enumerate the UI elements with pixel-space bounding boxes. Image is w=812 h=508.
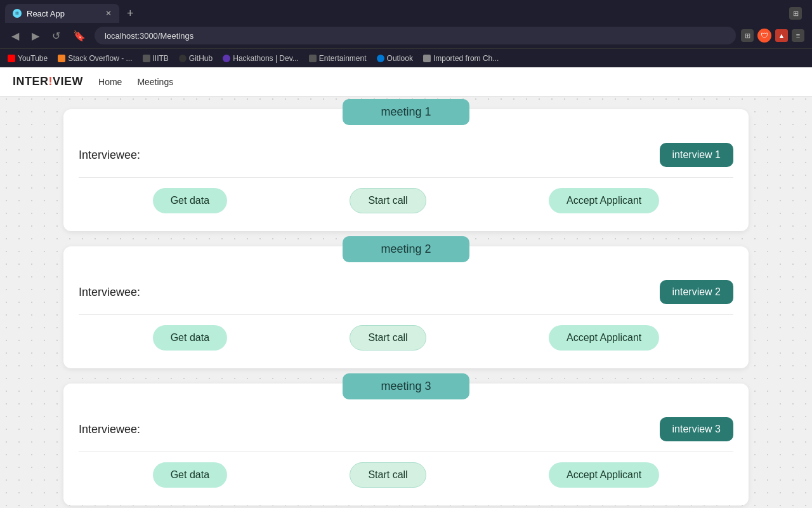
url-text: localhost:3000/Meetings [105, 31, 193, 41]
meeting-2-interview-badge: interview 2 [660, 280, 733, 304]
meeting-card-2: meeting 2 Interviewee: interview 2 Get d… [63, 246, 749, 368]
meeting-3-get-data-button[interactable]: Get data [153, 462, 227, 488]
meeting-2-actions: Get data Start call Accept Applicant [79, 315, 733, 361]
bookmark-imported[interactable]: Imported from Ch... [423, 54, 499, 63]
bookmark-youtube-label: YouTube [18, 54, 48, 63]
meeting-2-header: meeting 2 [63, 236, 749, 262]
meeting-1-interviewee-label: Interviewee: [79, 149, 140, 162]
app-nav: INTER!VIEW Home Meetings [0, 67, 812, 97]
address-bar: ◀ ▶ ↺ 🔖 localhost:3000/Meetings ⊞ 🛡 ▲ ≡ [0, 23, 812, 48]
meeting-1-actions: Get data Start call Accept Applicant [79, 178, 733, 224]
meeting-1-accept-button[interactable]: Accept Applicant [549, 188, 659, 213]
meeting-3-body: Interviewee: interview 3 Get data Start … [63, 399, 749, 505]
bookmark-github[interactable]: GitHub [179, 54, 213, 63]
brave-shield-icon[interactable]: 🛡 [757, 29, 771, 43]
meeting-3-interview-badge: interview 3 [660, 417, 733, 441]
react-favicon: ⚛ [13, 9, 22, 18]
bookmark-github-label: GitHub [189, 54, 213, 63]
active-tab[interactable]: ⚛ React App ✕ [5, 4, 119, 23]
bookmark-stackoverflow[interactable]: Stack Overflow - ... [58, 54, 132, 63]
github-favicon [179, 55, 187, 62]
bookmark-entertainment-label: Entertainment [319, 54, 367, 63]
bookmark-imported-label: Imported from Ch... [433, 54, 499, 63]
bookmark-button[interactable]: 🔖 [69, 29, 89, 43]
app-content: INTER!VIEW Home Meetings meeting 1 Inter… [0, 67, 812, 508]
meeting-3-interviewee-label: Interviewee: [79, 423, 140, 436]
tab-title: React App [27, 9, 65, 18]
extensions-grid-icon[interactable]: ⊞ [741, 29, 754, 42]
meeting-3-actions: Get data Start call Accept Applicant [79, 452, 733, 498]
meeting-3-start-call-button[interactable]: Start call [350, 462, 426, 488]
meeting-card-1: meeting 1 Interviewee: interview 1 Get d… [63, 109, 749, 231]
bookmarks-bar: YouTube Stack Overflow - ... IIITB GitHu… [0, 48, 812, 67]
extensions-icon[interactable]: ⊞ [789, 7, 802, 20]
entertainment-favicon [309, 55, 317, 62]
forward-button[interactable]: ▶ [28, 29, 43, 43]
reload-button[interactable]: ↺ [48, 29, 64, 43]
bookmark-iiitb-label: IIITB [153, 54, 169, 63]
meeting-1-title-button[interactable]: meeting 1 [343, 99, 469, 125]
outlook-favicon [377, 55, 384, 62]
meeting-card-3: meeting 3 Interviewee: interview 3 Get d… [63, 384, 749, 505]
new-tab-button[interactable]: + [122, 6, 139, 22]
back-button[interactable]: ◀ [8, 29, 23, 43]
iiitb-favicon [143, 55, 150, 62]
meeting-2-accept-button[interactable]: Accept Applicant [549, 325, 659, 351]
meeting-2-get-data-button[interactable]: Get data [153, 325, 227, 351]
bookmark-outlook-label: Outlook [387, 54, 413, 63]
meeting-1-get-data-button[interactable]: Get data [153, 188, 227, 213]
meeting-1-body: Interviewee: interview 1 Get data Start … [63, 125, 749, 231]
meetings-container: meeting 1 Interviewee: interview 1 Get d… [0, 97, 812, 508]
meeting-3-title-button[interactable]: meeting 3 [343, 373, 469, 399]
logo-exclaim: ! [49, 75, 53, 88]
meeting-2-interviewee-row: Interviewee: interview 2 [79, 275, 733, 315]
meeting-1-header: meeting 1 [63, 99, 749, 125]
meeting-2-title-button[interactable]: meeting 2 [343, 236, 469, 262]
meeting-3-accept-button[interactable]: Accept Applicant [549, 462, 659, 488]
hackathons-favicon [223, 55, 230, 62]
app-logo: INTER!VIEW [13, 75, 83, 88]
bookmark-entertainment[interactable]: Entertainment [309, 54, 367, 63]
youtube-favicon [8, 55, 15, 62]
bookmark-hackathons[interactable]: Hackathons | Dev... [223, 54, 299, 63]
bookmark-stackoverflow-label: Stack Overflow - ... [68, 54, 132, 63]
bookmark-hackathons-label: Hackathons | Dev... [233, 54, 299, 63]
meeting-1-interviewee-row: Interviewee: interview 1 [79, 138, 733, 178]
tab-close-button[interactable]: ✕ [105, 9, 112, 18]
meeting-2-body: Interviewee: interview 2 Get data Start … [63, 262, 749, 368]
extension-red-icon[interactable]: ▲ [775, 29, 788, 42]
bookmark-iiitb[interactable]: IIITB [143, 54, 169, 63]
meeting-2-interviewee-label: Interviewee: [79, 286, 140, 299]
menu-button[interactable]: ≡ [792, 29, 804, 42]
tab-bar: ⚛ React App ✕ + ⊞ [0, 0, 812, 23]
bookmark-outlook[interactable]: Outlook [377, 54, 413, 63]
meeting-1-interview-badge: interview 1 [660, 143, 733, 167]
meeting-3-interviewee-row: Interviewee: interview 3 [79, 412, 733, 452]
nav-meetings[interactable]: Meetings [137, 77, 173, 87]
meeting-1-start-call-button[interactable]: Start call [350, 188, 426, 213]
stackoverflow-favicon [58, 55, 65, 62]
nav-home[interactable]: Home [98, 77, 122, 87]
bookmark-youtube[interactable]: YouTube [8, 54, 48, 63]
browser-chrome: ⚛ React App ✕ + ⊞ ◀ ▶ ↺ 🔖 localhost:3000… [0, 0, 812, 67]
meeting-3-header: meeting 3 [63, 373, 749, 399]
imported-favicon [423, 55, 431, 62]
meeting-2-start-call-button[interactable]: Start call [350, 325, 426, 351]
url-bar[interactable]: localhost:3000/Meetings [95, 27, 736, 44]
